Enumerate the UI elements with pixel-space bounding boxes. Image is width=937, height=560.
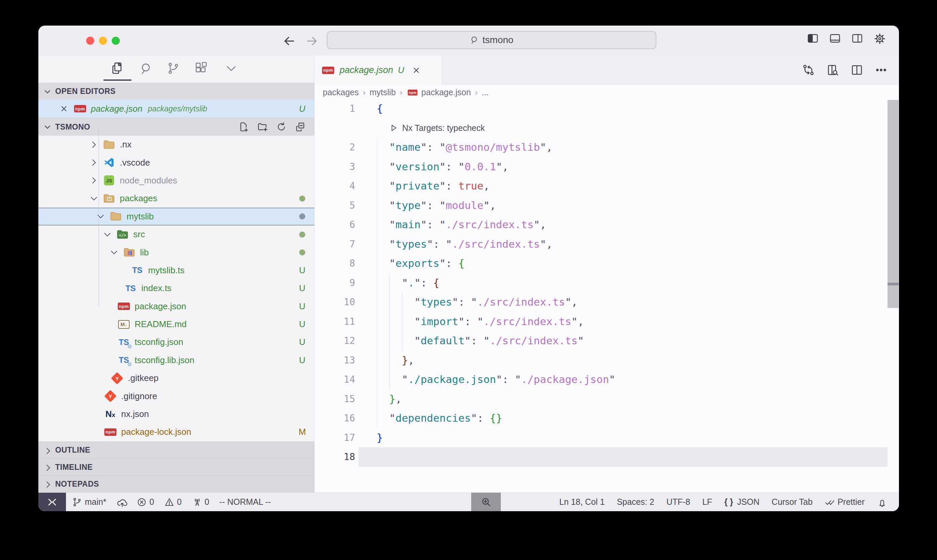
panel-bottom-icon[interactable] (829, 32, 841, 45)
zoom-indicator[interactable] (471, 493, 501, 511)
status-item[interactable] (117, 497, 126, 507)
close-icon[interactable] (412, 66, 421, 75)
section-notepads[interactable]: NOTEPADS (38, 475, 314, 492)
tree-item-lib[interactable]: lib (38, 243, 314, 261)
gear-icon[interactable] (873, 32, 886, 45)
tree-item-README-md[interactable]: M↓ README.mdU (38, 315, 314, 333)
chevron-down-icon[interactable] (89, 194, 99, 204)
tree-item-package-json[interactable]: npm package.jsonU (38, 297, 314, 315)
close-icon[interactable] (59, 104, 69, 114)
code-line-9[interactable]: 9 ".": { (315, 273, 899, 293)
code-line-14[interactable]: 14 "./package.json": "./package.json" (315, 370, 899, 389)
breadcrumb-item[interactable]: package.json (422, 88, 471, 97)
tree-item-packages[interactable]: packages (38, 189, 314, 207)
status-item[interactable]: { }JSON (724, 497, 760, 507)
tab-package-json[interactable]: npm package.json U (315, 55, 442, 85)
tree-item-node-modules[interactable]: JS node_modules (38, 172, 314, 189)
tree-item-tsconfig-json[interactable]: TS⚙ tsconfig.jsonU (38, 333, 314, 351)
chevron-right-icon[interactable] (89, 157, 99, 168)
code-line-6[interactable]: 6 "main": "./src/index.ts", (315, 215, 899, 235)
code-line-2[interactable]: 2 "name": "@tsmono/mytslib", (315, 138, 899, 157)
code-line-1[interactable]: 1 { (315, 99, 899, 118)
code-line-13[interactable]: 13 }, (315, 351, 899, 370)
code-line-18[interactable]: 18 (315, 447, 899, 467)
codelens-nx-targets[interactable]: Nx Targets: typecheck (389, 118, 485, 138)
open-preview-icon[interactable] (826, 64, 839, 76)
open-editor-item[interactable]: npm package.json packages/mytslib U (38, 100, 314, 118)
tree-item-package-lock-json[interactable]: npm package-lock.jsonM (38, 423, 314, 441)
split-editor-icon[interactable] (851, 64, 863, 76)
tree-item-mytslib[interactable]: mytslib (38, 208, 314, 226)
status-item[interactable]: -- NORMAL -- (220, 497, 271, 507)
activity-files-icon[interactable] (110, 62, 123, 75)
status-item[interactable]: 0 (137, 497, 154, 507)
code-line-3[interactable]: 3 "version": "0.0.1", (315, 157, 899, 177)
status-item[interactable]: Prettier (825, 497, 865, 507)
tree-item-src[interactable]: </> src (38, 226, 314, 243)
minimize-window-button[interactable] (99, 37, 107, 45)
code-line-12[interactable]: 12 "default": "./src/index.ts" (315, 331, 899, 351)
remote-indicator[interactable] (38, 493, 66, 511)
tree-item--gitkeep[interactable]: Y .gitkeep (38, 369, 314, 387)
tree-item-tsconfig-lib-json[interactable]: TS⚙ tsconfig.lib.jsonU (38, 351, 314, 369)
new-file-icon[interactable] (238, 122, 249, 132)
status-item[interactable]: 0 (164, 497, 182, 507)
play-icon[interactable] (389, 123, 398, 132)
activity-chevron-down-icon[interactable] (225, 62, 238, 75)
scrollbar[interactable] (888, 100, 899, 308)
code-line-4[interactable]: 4 "private": true, (315, 176, 899, 196)
code-line-16[interactable]: 16 "dependencies": {} (315, 409, 899, 428)
breadcrumb-item[interactable]: packages (323, 88, 359, 97)
forward-arrow-icon[interactable] (305, 34, 318, 48)
status-item[interactable]: UTF-8 (666, 497, 690, 507)
section-outline[interactable]: OUTLINE (38, 442, 314, 458)
code-editor[interactable]: 1 {Nx Targets: typecheck 2 "name": "@tsm… (315, 100, 899, 492)
command-search-bar[interactable]: tsmono (327, 31, 656, 49)
collapse-all-icon[interactable] (295, 122, 306, 132)
new-folder-icon[interactable] (257, 122, 268, 132)
status-item[interactable]: 0 (192, 497, 209, 507)
tree-item--nx[interactable]: .nx (38, 135, 314, 154)
chevron-right-icon[interactable] (89, 140, 99, 150)
md-icon: M↓ (117, 318, 131, 331)
activity-extensions-icon[interactable] (194, 62, 208, 75)
activity-search-icon[interactable] (140, 62, 153, 75)
status-item[interactable]: LF (702, 497, 712, 507)
open-changes-icon[interactable] (802, 64, 815, 76)
chevron-down-icon[interactable] (109, 247, 119, 257)
breadcrumb-item[interactable]: ... (482, 88, 489, 97)
code-line-10[interactable]: 10 "types": "./src/index.ts", (315, 292, 899, 312)
code-line-11[interactable]: 11 "import": "./src/index.ts", (315, 312, 899, 331)
close-window-button[interactable] (86, 37, 94, 45)
status-item[interactable]: Spaces: 2 (617, 497, 654, 507)
status-item[interactable] (877, 497, 887, 507)
back-arrow-icon[interactable] (283, 34, 296, 48)
code-line-17[interactable]: 17 } (315, 428, 899, 448)
code-line-5[interactable]: 5 "type": "module", (315, 196, 899, 215)
panel-right-icon[interactable] (851, 32, 863, 45)
breadcrumb-item[interactable]: mytslib (369, 88, 396, 97)
chevron-down-icon[interactable] (102, 229, 112, 240)
code-line-8[interactable]: 8 "exports": { (315, 254, 899, 273)
open-editors-header[interactable]: OPEN EDITORS (38, 83, 314, 100)
status-item[interactable]: main* (72, 497, 106, 507)
chevron-right-icon[interactable] (89, 175, 99, 185)
refresh-icon[interactable] (276, 122, 287, 132)
status-item[interactable]: Ln 18, Col 1 (559, 497, 605, 507)
section-timeline[interactable]: TIMELINE (38, 458, 314, 475)
tree-item--vscode[interactable]: .vscode (38, 154, 314, 171)
tree-item-index-ts[interactable]: TS index.tsU (38, 279, 314, 297)
tree-item--gitignore[interactable]: Y .gitignore (38, 387, 314, 405)
panel-left-icon[interactable] (807, 32, 819, 45)
activity-source-control-icon[interactable] (166, 62, 180, 75)
tree-item-nx-json[interactable]: Nx nx.json (38, 405, 314, 423)
explorer-header[interactable]: TSMONO (38, 118, 314, 135)
maximize-window-button[interactable] (112, 37, 120, 45)
tree-item-mytslib-ts[interactable]: TS mytslib.tsU (38, 262, 314, 279)
code-line-7[interactable]: 7 "types": "./src/index.ts", (315, 235, 899, 254)
chevron-down-icon[interactable] (95, 211, 106, 222)
git-untracked-badge: U (295, 279, 309, 297)
more-actions-icon[interactable] (875, 64, 888, 76)
code-line-15[interactable]: 15 }, (315, 389, 899, 409)
status-item[interactable]: Cursor Tab (772, 497, 813, 507)
